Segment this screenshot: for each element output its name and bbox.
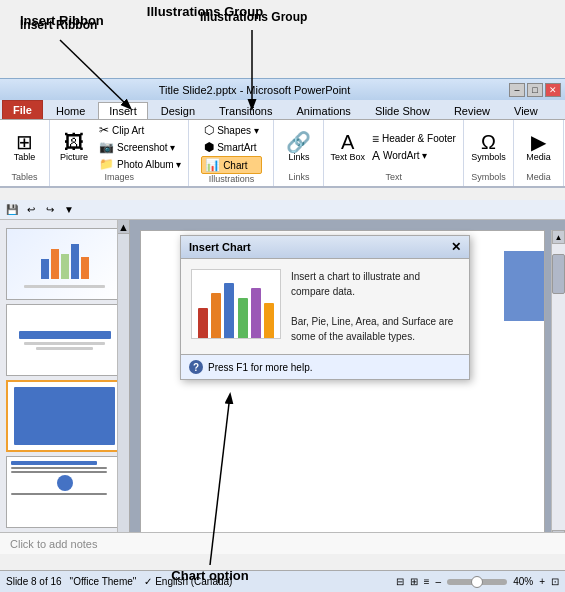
- notes-bar[interactable]: Click to add notes: [0, 532, 565, 554]
- view-reading-icon[interactable]: ≡: [424, 576, 430, 587]
- slide-thumb-6[interactable]: 6: [6, 228, 123, 300]
- popup-desc-main: Insert a chart to illustrate and compare…: [291, 269, 459, 299]
- undo-quick-btn[interactable]: ↩: [23, 202, 39, 218]
- status-right: ⊟ ⊞ ≡ – 40% + ⊡: [396, 576, 559, 587]
- theme-name: "Office Theme": [70, 576, 137, 587]
- vscroll-track: [552, 244, 565, 544]
- ribbon-group-tables: ⊞ Table Tables: [0, 120, 50, 186]
- notes-placeholder: Click to add notes: [10, 538, 97, 550]
- table-button[interactable]: ⊞ Table: [7, 130, 43, 165]
- slide-canvas: Insert Chart ✕ Insert a chart to illustr…: [130, 220, 565, 554]
- zoom-percent: 40%: [513, 576, 533, 587]
- slide-info: Slide 8 of 16: [6, 576, 62, 587]
- symbols-button[interactable]: Ω Symbols: [469, 130, 508, 165]
- scroll-up-btn[interactable]: ▲: [118, 220, 129, 234]
- ribbon-body: ⊞ Table Tables 🖼 Picture ✂ Clip Art 📷 Sc…: [0, 120, 565, 188]
- ribbon-group-media: ▶ Media Media: [514, 120, 564, 186]
- chart-bar-5: [251, 288, 261, 338]
- insert-chart-popup: Insert Chart ✕ Insert a chart to illustr…: [180, 235, 470, 380]
- media-button[interactable]: ▶ Media: [520, 130, 556, 165]
- symbols-content: Ω Symbols: [469, 122, 508, 172]
- zoom-thumb: [471, 576, 483, 588]
- slide-thumb-9[interactable]: 9: [6, 456, 123, 528]
- ribbon-group-text: A Text Box ≡ Header & Footer A WordArt ▾…: [324, 120, 463, 186]
- minimize-button[interactable]: –: [509, 83, 525, 97]
- clip-art-icon: ✂: [99, 123, 109, 137]
- slide7-line2: [36, 347, 94, 350]
- quick-access-toolbar: 💾 ↩ ↪ ▼: [0, 200, 565, 220]
- header-footer-icon: ≡: [372, 132, 379, 146]
- vscroll-thumb[interactable]: [552, 254, 565, 294]
- images-group-label: Images: [104, 172, 134, 184]
- tab-insert[interactable]: Insert: [98, 102, 148, 119]
- tab-home[interactable]: Home: [45, 102, 96, 119]
- shapes-label: Shapes ▾: [217, 125, 259, 136]
- tab-file[interactable]: File: [2, 100, 43, 119]
- slide6-line: [24, 285, 105, 288]
- redo-quick-btn[interactable]: ↪: [42, 202, 58, 218]
- tab-transitions[interactable]: Transitions: [208, 102, 283, 119]
- chart-button[interactable]: 📊 Chart: [201, 156, 262, 174]
- title-bar-controls: – □ ✕: [509, 83, 565, 97]
- photo-album-button[interactable]: 📁 Photo Album ▾: [96, 156, 184, 172]
- shapes-button[interactable]: ⬡ Shapes ▾: [201, 122, 262, 138]
- view-slide-icon[interactable]: ⊞: [410, 576, 418, 587]
- save-quick-btn[interactable]: 💾: [4, 202, 20, 218]
- popup-description: Insert a chart to illustrate and compare…: [291, 269, 459, 344]
- view-normal-icon[interactable]: ⊟: [396, 576, 404, 587]
- zoom-in-btn[interactable]: +: [539, 576, 545, 587]
- clip-art-button[interactable]: ✂ Clip Art: [96, 122, 184, 138]
- slide-panel-scrollbar[interactable]: ▲ ▼: [117, 220, 129, 554]
- main-area: 6 7 8: [0, 220, 565, 554]
- popup-close-btn[interactable]: ✕: [451, 240, 461, 254]
- picture-button[interactable]: 🖼 Picture: [54, 130, 94, 165]
- picture-icon: 🖼: [64, 132, 84, 152]
- picture-label: Picture: [60, 152, 88, 163]
- screenshot-icon: 📷: [99, 140, 114, 154]
- checkmark-icon: ✓: [144, 576, 152, 587]
- images-content: 🖼 Picture ✂ Clip Art 📷 Screenshot ▾ 📁 Ph…: [54, 122, 184, 172]
- zoom-slider[interactable]: [447, 579, 507, 585]
- canvas-vscrollbar[interactable]: ▲ ▼: [551, 230, 565, 544]
- chart-bar-4: [238, 298, 248, 338]
- slide6-content: [7, 229, 122, 299]
- symbols-icon: Ω: [481, 132, 496, 152]
- tab-slideshow[interactable]: Slide Show: [364, 102, 441, 119]
- tab-animations[interactable]: Animations: [285, 102, 361, 119]
- vscroll-up-btn[interactable]: ▲: [552, 230, 565, 244]
- title-bar-text: Title Slide2.pptx - Microsoft PowerPoint: [0, 84, 509, 96]
- slide-blue-rectangle: [504, 251, 544, 321]
- fit-window-btn[interactable]: ⊡: [551, 576, 559, 587]
- annotations-top-area: Insert Ribbon Illustrations Group: [0, 0, 565, 78]
- tables-content: ⊞ Table: [7, 122, 43, 172]
- close-button[interactable]: ✕: [545, 83, 561, 97]
- ribbon-group-illustrations: ⬡ Shapes ▾ ⬢ SmartArt 📊 Chart Illustrati…: [189, 120, 274, 186]
- zoom-out-btn[interactable]: –: [436, 576, 442, 587]
- illustrations-small-btns: ⬡ Shapes ▾ ⬢ SmartArt 📊 Chart: [201, 122, 262, 174]
- header-footer-button[interactable]: ≡ Header & Footer: [369, 131, 459, 147]
- tab-design[interactable]: Design: [150, 102, 206, 119]
- qa-dropdown-btn[interactable]: ▼: [61, 202, 77, 218]
- status-bar: Slide 8 of 16 "Office Theme" ✓ English (…: [0, 570, 565, 592]
- text-box-button[interactable]: A Text Box: [328, 130, 367, 165]
- chart-icon: 📊: [205, 158, 220, 172]
- slide-thumb-7[interactable]: 7: [6, 304, 123, 376]
- slide7-line1: [24, 342, 105, 345]
- tab-view[interactable]: View: [503, 102, 549, 119]
- media-group-label: Media: [526, 172, 551, 184]
- slide-thumb-8[interactable]: 8: [6, 380, 123, 452]
- title-bar: Title Slide2.pptx - Microsoft PowerPoint…: [0, 78, 565, 100]
- text-box-label: Text Box: [330, 152, 365, 163]
- slide9-line1: [11, 461, 97, 465]
- text-box-icon: A: [341, 132, 354, 152]
- slide9-line3: [11, 471, 107, 473]
- wordart-button[interactable]: A WordArt ▾: [369, 148, 459, 164]
- screenshot-button[interactable]: 📷 Screenshot ▾: [96, 139, 184, 155]
- links-button[interactable]: 🔗 Links: [281, 130, 317, 165]
- maximize-button[interactable]: □: [527, 83, 543, 97]
- smartart-button[interactable]: ⬢ SmartArt: [201, 139, 262, 155]
- images-small-btns: ✂ Clip Art 📷 Screenshot ▾ 📁 Photo Album …: [96, 122, 184, 172]
- table-label: Table: [14, 152, 36, 163]
- tab-review[interactable]: Review: [443, 102, 501, 119]
- smartart-label: SmartArt: [217, 142, 256, 153]
